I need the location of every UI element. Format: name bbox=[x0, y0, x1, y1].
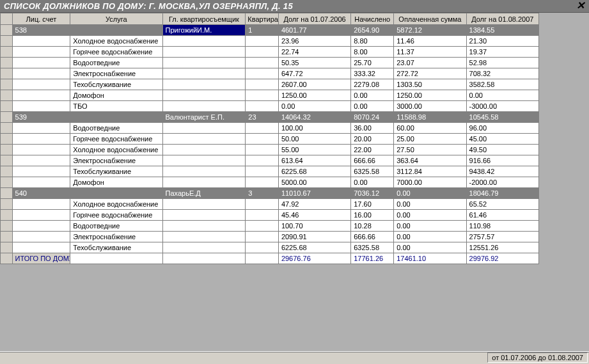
cell-acct[interactable] bbox=[12, 210, 70, 221]
summary-row[interactable]: 539Валюнтарист Е.П.2314064.328070.241158… bbox=[1, 112, 539, 123]
cell-accrued[interactable]: 8.00 bbox=[351, 47, 394, 58]
cell-paid[interactable]: 5872.12 bbox=[394, 25, 466, 36]
cell-tenant[interactable] bbox=[162, 145, 246, 155]
cell-paid[interactable]: 1303.50 bbox=[394, 79, 466, 90]
col-accrued[interactable]: Начислено bbox=[351, 13, 394, 25]
cell-acct[interactable]: 539 bbox=[12, 112, 70, 123]
col-debt2[interactable]: Долг на 01.08.2007 bbox=[466, 13, 538, 25]
summary-row[interactable]: 538ПригожийИ.М.14601.772654.905872.12138… bbox=[1, 25, 539, 36]
debtors-table[interactable]: Лиц. счет Услуга Гл. квартиросъемщик Ква… bbox=[0, 13, 539, 264]
row-selector[interactable] bbox=[1, 134, 13, 145]
cell-accrued[interactable]: 10.28 bbox=[351, 221, 394, 232]
cell-debt2[interactable]: 3582.58 bbox=[466, 79, 538, 90]
row-selector[interactable] bbox=[1, 166, 13, 177]
cell-service[interactable]: Домофон bbox=[70, 90, 162, 101]
cell-accrued[interactable]: 25.70 bbox=[351, 58, 394, 68]
service-row[interactable]: Техобслуживание2607.002279.081303.503582… bbox=[1, 79, 539, 90]
cell-apt[interactable] bbox=[246, 58, 279, 68]
cell-service[interactable]: Водоотведние bbox=[70, 58, 162, 68]
cell-apt[interactable] bbox=[246, 79, 279, 90]
cell-debt2[interactable]: 96.00 bbox=[466, 123, 538, 134]
cell-accrued[interactable]: 0.00 bbox=[351, 101, 394, 112]
cell-paid[interactable]: 1250.00 bbox=[394, 90, 466, 101]
cell-tenant[interactable] bbox=[162, 68, 246, 79]
col-apt[interactable]: Квартира bbox=[246, 13, 279, 25]
cell-debt1[interactable]: 2607.00 bbox=[278, 79, 350, 90]
cell-debt2[interactable]: 19.37 bbox=[466, 47, 538, 58]
cell-debt1[interactable]: 5000.00 bbox=[278, 177, 350, 188]
cell-acct[interactable]: 538 bbox=[12, 25, 70, 36]
row-selector[interactable] bbox=[1, 47, 13, 58]
cell-debt1[interactable]: 47.92 bbox=[278, 199, 350, 210]
service-row[interactable]: Холодное водоснабжение23.968.8011.4621.3… bbox=[1, 36, 539, 47]
cell-debt2[interactable]: 708.32 bbox=[466, 68, 538, 79]
cell-tenant[interactable] bbox=[162, 221, 246, 232]
cell-accrued[interactable]: 0.00 bbox=[351, 177, 394, 188]
row-selector[interactable] bbox=[1, 188, 13, 199]
row-selector[interactable] bbox=[1, 210, 13, 221]
cell-service[interactable]: Электроснабжение bbox=[70, 68, 162, 79]
cell-acct[interactable] bbox=[12, 79, 70, 90]
cell-debt2[interactable]: 45.00 bbox=[466, 134, 538, 145]
cell-tenant[interactable] bbox=[162, 90, 246, 101]
cell-apt[interactable] bbox=[246, 242, 279, 253]
cell-acct[interactable] bbox=[12, 145, 70, 155]
cell-acct[interactable] bbox=[12, 36, 70, 47]
col-tenant[interactable]: Гл. квартиросъемщик bbox=[162, 13, 246, 25]
cell-tenant[interactable]: Валюнтарист Е.П. bbox=[162, 112, 246, 123]
cell-service[interactable] bbox=[70, 112, 162, 123]
service-row[interactable]: Водоотведние100.0036.0060.0096.00 bbox=[1, 123, 539, 134]
cell-paid[interactable]: 0.00 bbox=[394, 242, 466, 253]
cell-service[interactable]: Техобслуживание bbox=[70, 79, 162, 90]
row-selector[interactable] bbox=[1, 123, 13, 134]
cell-accrued[interactable]: 7036.12 bbox=[351, 188, 394, 199]
cell-tenant[interactable] bbox=[162, 199, 246, 210]
row-selector[interactable] bbox=[1, 242, 13, 253]
cell-service[interactable] bbox=[70, 25, 162, 36]
cell-debt2[interactable]: 12551.26 bbox=[466, 242, 538, 253]
service-row[interactable]: Электроснабжение2090.91666.660.002757.57 bbox=[1, 232, 539, 242]
cell-apt[interactable] bbox=[246, 177, 279, 188]
service-row[interactable]: Водоотведние100.7010.280.00110.98 bbox=[1, 221, 539, 232]
cell-paid[interactable]: 7000.00 bbox=[394, 177, 466, 188]
cell-service[interactable]: Техобслуживание bbox=[70, 242, 162, 253]
service-row[interactable]: Электроснабжение613.64666.66363.64916.66 bbox=[1, 155, 539, 166]
row-selector[interactable] bbox=[1, 253, 13, 264]
cell-service[interactable]: Горячее водоснабжение bbox=[70, 210, 162, 221]
cell-accrued[interactable]: 2279.08 bbox=[351, 79, 394, 90]
cell-paid[interactable]: 27.50 bbox=[394, 145, 466, 155]
row-selector[interactable] bbox=[1, 79, 13, 90]
cell-debt1[interactable]: 6225.68 bbox=[278, 166, 350, 177]
cell-paid[interactable]: 3000.00 bbox=[394, 101, 466, 112]
cell-debt1[interactable]: 11010.67 bbox=[278, 188, 350, 199]
cell-service[interactable]: ТБО bbox=[70, 101, 162, 112]
cell-debt2[interactable]: -3000.00 bbox=[466, 101, 538, 112]
cell-accrued[interactable]: 666.66 bbox=[351, 155, 394, 166]
cell-accrued[interactable]: 6325.58 bbox=[351, 166, 394, 177]
cell-debt2[interactable]: 52.98 bbox=[466, 58, 538, 68]
cell-debt1[interactable]: 6225.68 bbox=[278, 242, 350, 253]
cell-debt1[interactable]: 647.72 bbox=[278, 68, 350, 79]
cell-debt2[interactable]: 61.46 bbox=[466, 210, 538, 221]
cell-paid[interactable]: 0.00 bbox=[394, 188, 466, 199]
cell-debt2[interactable]: 110.98 bbox=[466, 221, 538, 232]
cell-apt[interactable] bbox=[246, 123, 279, 134]
cell-apt[interactable] bbox=[246, 199, 279, 210]
cell-apt[interactable] bbox=[246, 134, 279, 145]
cell-paid[interactable]: 0.00 bbox=[394, 199, 466, 210]
cell-debt2[interactable]: 65.52 bbox=[466, 199, 538, 210]
cell-debt1[interactable]: 1250.00 bbox=[278, 90, 350, 101]
cell-debt2[interactable]: 18046.79 bbox=[466, 188, 538, 199]
service-row[interactable]: Холодное водоснабжение55.0022.0027.5049.… bbox=[1, 145, 539, 155]
cell-accrued[interactable]: 2654.90 bbox=[351, 25, 394, 36]
cell-apt[interactable] bbox=[246, 90, 279, 101]
cell-debt1[interactable]: 45.46 bbox=[278, 210, 350, 221]
cell-debt1[interactable]: 100.70 bbox=[278, 221, 350, 232]
cell-debt1[interactable]: 22.74 bbox=[278, 47, 350, 58]
cell-accrued[interactable]: 0.00 bbox=[351, 90, 394, 101]
cell-service[interactable]: Холодное водоснабжение bbox=[70, 145, 162, 155]
cell-debt2[interactable]: 21.30 bbox=[466, 36, 538, 47]
cell-debt1[interactable]: 4601.77 bbox=[278, 25, 350, 36]
cell-debt1[interactable]: 23.96 bbox=[278, 36, 350, 47]
cell-debt1[interactable]: 50.35 bbox=[278, 58, 350, 68]
